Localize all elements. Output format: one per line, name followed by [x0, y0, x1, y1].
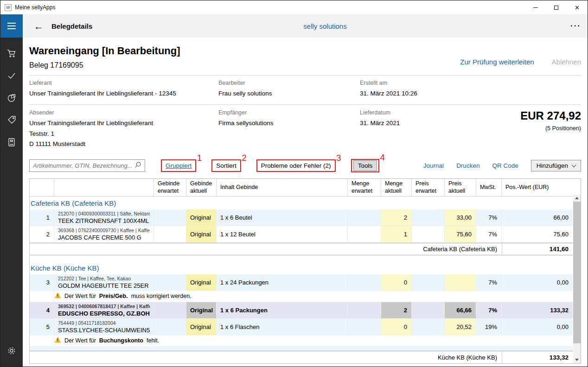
warning-text: Der Wert für — [64, 293, 96, 299]
field-empfaenger: Empfänger Firma sellysolutions — [218, 109, 360, 149]
sidebar — [0, 38, 23, 367]
field-value: D 11111 Musterstadt — [29, 139, 218, 149]
sidebar-item-settings[interactable] — [0, 341, 23, 363]
close-icon[interactable]: × — [567, 0, 588, 14]
maximize-icon[interactable] — [546, 0, 567, 14]
column-header — [54, 179, 154, 196]
app-window: W Meine sellyApps × ← Belegdetails selly… — [0, 0, 588, 367]
cell-preis-erwartet — [412, 319, 445, 335]
cell-menge-aktuell[interactable]: 2 — [381, 209, 412, 226]
cell-menge-aktuell[interactable]: 1 — [381, 226, 412, 242]
annotation-box: Sortiert — [211, 159, 241, 172]
tools-button[interactable]: Tools — [353, 160, 377, 171]
table-row[interactable]: 1212070 | 04009300003311 | Säfte, Nektar… — [30, 209, 573, 226]
row-number: 1 — [30, 209, 54, 226]
cell-gebinde-erwartet — [154, 226, 186, 242]
book-icon — [6, 137, 17, 150]
row-number: 5 — [30, 319, 54, 335]
cell-menge-erwartet — [348, 209, 381, 226]
field-value: Firma sellysolutions — [218, 118, 360, 128]
annotation-4: Tools 4 — [351, 159, 380, 172]
field-absender: Absender Unser Trainingslieferant Ihr Li… — [29, 109, 218, 149]
sidebar-item-reports[interactable] — [0, 88, 23, 110]
scroll-thumb[interactable] — [573, 202, 581, 343]
annotation-box: Tools — [351, 159, 380, 172]
meta-row-1: Lieferant Unser Trainingslieferant Ihr L… — [29, 76, 581, 105]
reject-button[interactable]: Ablehnen — [552, 58, 581, 66]
table-row[interactable]: 3212202 | Tee | Kaffee, Tee, KakaoGOLDM … — [30, 274, 573, 291]
cell-preis-aktuell[interactable]: 33,00 — [445, 209, 476, 226]
cell-inhalt-gebinde: 1 x 24 Packungen — [217, 274, 348, 291]
article-info: 754449 | 05411718182004 — [58, 320, 116, 326]
table-row[interactable]: 5754449 | 05411718182004STASS.LYCHEE-SCH… — [30, 319, 573, 335]
article-info: 212202 | Tee | Kaffee, Tee, Kakao — [58, 276, 131, 281]
field-value: Teststr. 1 — [29, 129, 218, 139]
search-box — [29, 159, 145, 172]
field-label: Absender — [29, 109, 218, 116]
annotation-box: Gruppiert — [161, 159, 196, 172]
group-footer-label: Cafeteria KB (Cafeteria KB) — [30, 243, 502, 255]
column-header: Menge aktuell — [381, 179, 412, 196]
scroll-up-icon[interactable] — [573, 195, 581, 202]
gruppiert-button[interactable]: Gruppiert — [163, 161, 194, 171]
field-value: Frau selly solutions — [218, 89, 360, 99]
cell-gebinde-aktuell[interactable]: Original — [186, 302, 217, 318]
drucken-link[interactable]: Drucken — [456, 162, 479, 169]
document-number: Beleg 17169095 — [29, 61, 180, 70]
cell-gebinde-aktuell[interactable]: Original — [186, 274, 217, 291]
group-footer: Küche KB (Küche KB)133,32 — [30, 351, 573, 363]
cell-mwst: 7% — [476, 209, 502, 226]
sidebar-item-journal[interactable] — [0, 132, 23, 154]
table-header-row: Gebinde erwartet Gebinde aktuell Inhalt … — [30, 179, 573, 196]
table-row[interactable]: 2369368 | 07622400009730 | Kaffee | Kaff… — [30, 226, 573, 243]
cell-mwst: 7% — [476, 226, 502, 242]
cell-gebinde-aktuell[interactable]: Original — [186, 319, 217, 335]
hamburger-menu-icon[interactable] — [0, 14, 23, 38]
sortiert-button[interactable]: Sortiert — [214, 161, 239, 171]
annotation-number: 4 — [380, 153, 385, 162]
back-arrow-icon[interactable]: ← — [34, 21, 44, 31]
sidebar-item-tasks[interactable] — [0, 65, 23, 88]
cell-menge-erwartet — [348, 319, 381, 335]
ellipsis-icon[interactable]: ··· — [570, 21, 581, 31]
cell-menge-aktuell[interactable]: 0 — [381, 319, 412, 335]
sidebar-item-offers[interactable] — [0, 110, 23, 132]
cell-menge-erwartet — [348, 274, 381, 291]
cell-gebinde-aktuell[interactable]: Original — [186, 226, 217, 242]
article-name: EDUSCHO ESPRESSO, GZ.BOHNE 1KG — [58, 310, 150, 317]
sidebar-item-cart[interactable] — [0, 43, 23, 65]
hinzufuegen-label: Hinzufügen — [537, 162, 568, 169]
article-name: JACOBS CAFE CREME 500 G — [58, 234, 141, 241]
probleme-fehler-button[interactable]: Probleme oder Fehler (2) — [259, 161, 333, 171]
cell-preis-aktuell[interactable]: 66,66 — [445, 302, 476, 318]
annotation-number: 1 — [197, 153, 202, 162]
group-spacer — [30, 255, 573, 261]
checkmark-icon — [6, 70, 17, 83]
document-actions: Zur Prüfung weiterleiten Ablehnen — [460, 54, 581, 70]
column-header: Preis erwartet — [412, 179, 445, 196]
journal-link[interactable]: Journal — [423, 162, 444, 169]
table-row[interactable]: 4369532 | 04006067818417 | Kaffee | Kaff… — [30, 302, 573, 319]
qr-code-link[interactable]: QR Code — [492, 162, 518, 169]
cell-gebinde-aktuell[interactable]: Original — [186, 209, 217, 226]
document-total: EUR 274,92 (5 Positionen) — [480, 109, 581, 149]
warning-message: Der Wert für Preis/Geb. muss korrigiert … — [54, 291, 573, 302]
article-info: 369532 | 04006067818417 | Kaffee | Kaffe… — [58, 304, 150, 309]
column-header — [30, 179, 54, 196]
minimize-icon[interactable] — [525, 0, 546, 14]
hinzufuegen-button[interactable]: Hinzufügen — [531, 160, 581, 171]
scroll-down-icon[interactable] — [573, 356, 581, 363]
vertical-scrollbar[interactable] — [573, 195, 581, 363]
cell-preis-aktuell[interactable]: 20,52 — [445, 319, 476, 335]
search-icon[interactable] — [134, 161, 141, 170]
annotation-box: Probleme oder Fehler (2) — [256, 159, 336, 172]
cell-preis-aktuell[interactable]: 75,60 — [445, 226, 476, 242]
forward-review-button[interactable]: Zur Prüfung weiterleiten — [460, 58, 534, 66]
cell-preis-aktuell[interactable] — [445, 274, 476, 291]
cell-menge-aktuell[interactable]: 2 — [381, 302, 412, 318]
search-input[interactable] — [33, 162, 134, 169]
group-footer-value: 141,60 — [502, 243, 573, 255]
cell-menge-aktuell[interactable]: 0 — [381, 274, 412, 291]
window-controls: × — [525, 0, 588, 14]
column-header: Gebinde aktuell — [186, 179, 217, 196]
